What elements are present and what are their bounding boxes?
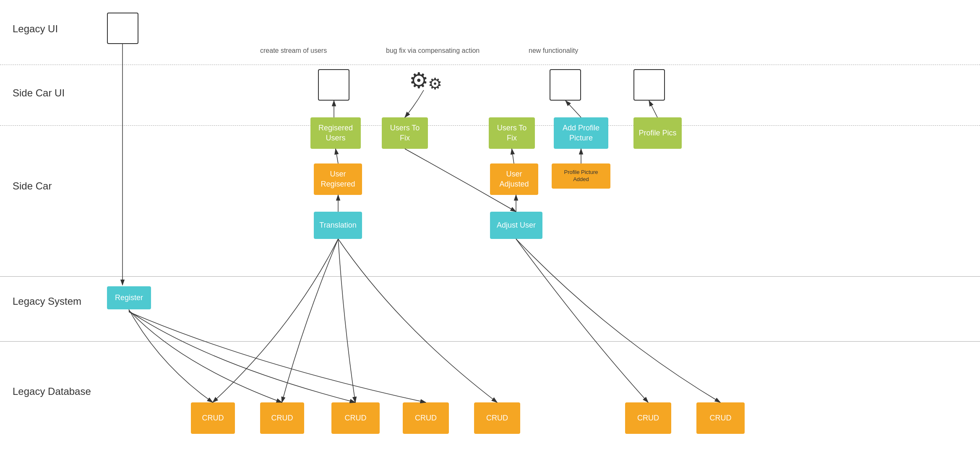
- lane-label-sidecar-ui: Side Car UI: [13, 87, 65, 99]
- ui-box-legacy: [107, 13, 138, 44]
- ui-box-new1: [550, 69, 581, 101]
- lane-label-legacy-db: Legacy Database: [13, 386, 91, 397]
- box-profile-pics: Profile Pics: [633, 117, 682, 149]
- annotation-bugfix: bug fix via compensating action: [386, 47, 480, 54]
- box-users-to-fix2: Users ToFix: [489, 117, 535, 149]
- box-users-to-fix: Users ToFix: [382, 117, 428, 149]
- lane-sidecar-ui: [0, 65, 980, 126]
- box-add-profile-picture: Add ProfilePicture: [554, 117, 608, 149]
- crud-1: CRUD: [191, 402, 235, 434]
- box-translation: Translation: [314, 212, 362, 239]
- crud-6: CRUD: [625, 402, 671, 434]
- crud-4: CRUD: [403, 402, 449, 434]
- box-user-adjusted: UserAdjusted: [490, 163, 538, 195]
- annotation-create-stream: create stream of users: [260, 47, 327, 54]
- gear-icon-small: ⚙: [428, 75, 442, 93]
- lane-label-sidecar: Side Car: [13, 180, 52, 192]
- box-profile-picture-added: Profile PictureAdded: [552, 163, 610, 189]
- box-adjust-user: Adjust User: [490, 212, 542, 239]
- diagram-container: Legacy UI Side Car UI Side Car Legacy Sy…: [0, 0, 980, 459]
- ui-box-stream: [318, 69, 349, 101]
- ui-box-new2: [633, 69, 665, 101]
- annotation-new-functionality: new functionality: [529, 47, 578, 54]
- lane-legacy-ui: [0, 0, 980, 65]
- lane-legacy-db: [0, 342, 980, 459]
- crud-5: CRUD: [474, 402, 520, 434]
- crud-7: CRUD: [696, 402, 745, 434]
- crud-2: CRUD: [260, 402, 304, 434]
- lane-label-legacy-system: Legacy System: [13, 296, 81, 307]
- box-register: Register: [107, 286, 151, 309]
- gear-icon: ⚙: [409, 68, 429, 93]
- crud-3: CRUD: [331, 402, 380, 434]
- box-registered-users: RegiseredUsers: [310, 117, 361, 149]
- lane-label-legacy-ui: Legacy UI: [13, 23, 58, 35]
- box-user-registered: UserRegisered: [314, 163, 362, 195]
